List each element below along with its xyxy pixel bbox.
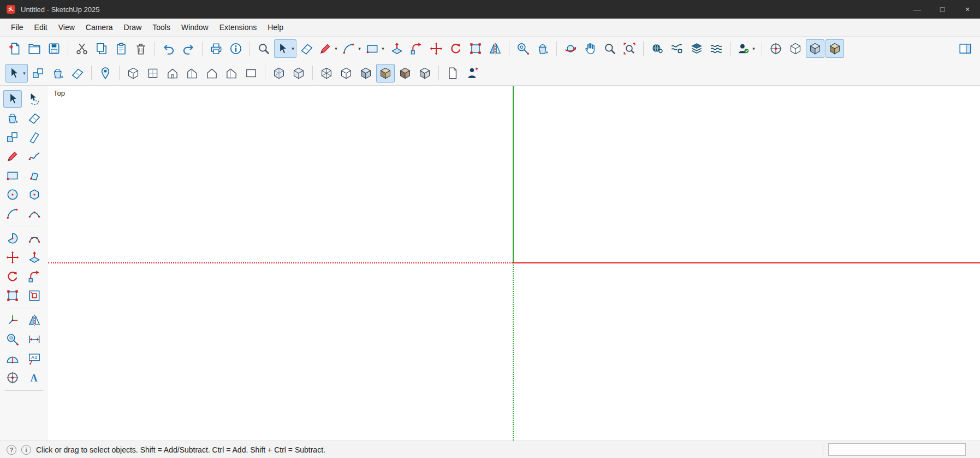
- paste-button[interactable]: [112, 39, 130, 58]
- position-camera-button[interactable]: [767, 39, 785, 58]
- view-top-button[interactable]: [144, 64, 162, 83]
- orbit-tool-button[interactable]: [561, 39, 580, 58]
- axes-tool[interactable]: [3, 312, 22, 329]
- drawing-canvas[interactable]: Top: [48, 86, 980, 441]
- position-camera-tool[interactable]: [3, 369, 22, 386]
- push-pull-button[interactable]: [388, 39, 406, 58]
- menu-window[interactable]: Window: [176, 20, 214, 34]
- pie-tool[interactable]: [3, 230, 22, 247]
- flip-tool-button[interactable]: [486, 39, 504, 58]
- menu-tools[interactable]: Tools: [147, 20, 176, 34]
- view-back-button[interactable]: [203, 64, 221, 83]
- close-button[interactable]: ×: [955, 0, 980, 19]
- sandbox-tools-button[interactable]: [707, 39, 726, 58]
- follow-me-tool[interactable]: [25, 268, 44, 285]
- flip-tool[interactable]: [25, 312, 44, 329]
- dropdown-chevron-icon[interactable]: ▾: [334, 46, 338, 51]
- view-cube-button-3[interactable]: [825, 39, 844, 58]
- lasso-select-tool[interactable]: [25, 90, 44, 108]
- line-tool[interactable]: [3, 148, 22, 165]
- extension-warehouse-button[interactable]: [668, 39, 686, 58]
- dropdown-chevron-icon[interactable]: ▾: [290, 46, 295, 51]
- view-left-button[interactable]: [222, 64, 241, 83]
- save-button[interactable]: [45, 39, 63, 58]
- eraser-tool[interactable]: [25, 109, 44, 127]
- maximize-button[interactable]: □: [930, 0, 955, 19]
- shaded-style-button[interactable]: [357, 64, 375, 83]
- menu-edit[interactable]: Edit: [29, 20, 53, 34]
- model-info-button[interactable]: [227, 39, 245, 58]
- view-cube-button-1[interactable]: [786, 39, 805, 58]
- tape-measure-button[interactable]: [514, 39, 532, 58]
- search-button[interactable]: [254, 39, 273, 58]
- rotate-tool-button[interactable]: [447, 39, 465, 58]
- eraser-button-2[interactable]: [68, 64, 87, 83]
- menu-draw[interactable]: Draw: [118, 20, 147, 34]
- sign-in-button[interactable]: ▾: [735, 39, 757, 58]
- undo-button[interactable]: [159, 39, 178, 58]
- hidden-line-style-button[interactable]: [337, 64, 355, 83]
- view-right-button[interactable]: [183, 64, 201, 83]
- menu-file[interactable]: File: [5, 20, 29, 34]
- select-tool-button-2[interactable]: ▾: [5, 64, 28, 83]
- make-component-tool[interactable]: [3, 128, 22, 146]
- scale-tool[interactable]: [3, 287, 22, 304]
- new-button[interactable]: [5, 39, 24, 58]
- pan-tool-button[interactable]: [581, 39, 599, 58]
- paint-bucket-button-2[interactable]: [49, 64, 67, 83]
- stamp-tool[interactable]: [25, 128, 44, 146]
- make-component-button[interactable]: [29, 64, 47, 83]
- rectangle-tool[interactable]: [3, 167, 22, 184]
- scale-figure-button[interactable]: [463, 64, 482, 83]
- select-tool-button[interactable]: ▾: [274, 39, 296, 58]
- view-plan-button[interactable]: [242, 64, 260, 83]
- menu-view[interactable]: View: [53, 20, 80, 34]
- cut-button[interactable]: [73, 39, 91, 58]
- polygon-tool[interactable]: [25, 186, 44, 203]
- menu-help[interactable]: Help: [262, 20, 289, 34]
- measurements-input[interactable]: [828, 443, 966, 456]
- minimize-button[interactable]: —: [905, 0, 930, 19]
- menu-camera[interactable]: Camera: [80, 20, 118, 34]
- open-button[interactable]: [25, 39, 44, 58]
- zoom-extents-button[interactable]: [620, 39, 639, 58]
- view-cube-button-2[interactable]: [806, 39, 824, 58]
- send-to-layout-button[interactable]: [687, 39, 706, 58]
- line-tool-button[interactable]: ▾: [317, 39, 340, 58]
- geolocation-help-icon[interactable]: ?: [7, 445, 16, 455]
- move-tool[interactable]: [3, 249, 22, 266]
- photo-textures-style-button[interactable]: [396, 64, 414, 83]
- view-iso-button[interactable]: [124, 64, 142, 83]
- wireframe-style-button[interactable]: [317, 64, 336, 83]
- three-point-arc-tool[interactable]: [25, 230, 44, 247]
- dropdown-chevron-icon[interactable]: ▾: [751, 46, 756, 51]
- eraser-tool-button[interactable]: [298, 39, 316, 58]
- zoom-tool-button[interactable]: [601, 39, 619, 58]
- view-front-button[interactable]: [163, 64, 182, 83]
- menu-extensions[interactable]: Extensions: [214, 20, 262, 34]
- 3d-text-tool[interactable]: [25, 369, 44, 386]
- back-edges-button[interactable]: [289, 64, 308, 83]
- arc-tool-button[interactable]: ▾: [341, 39, 363, 58]
- redo-button[interactable]: [179, 39, 198, 58]
- monochrome-style-button[interactable]: [415, 64, 434, 83]
- copy-button[interactable]: [92, 39, 111, 58]
- rotated-rectangle-tool[interactable]: [25, 167, 44, 184]
- rotate-tool[interactable]: [3, 268, 22, 285]
- print-button[interactable]: [207, 39, 225, 58]
- delete-button[interactable]: [132, 39, 150, 58]
- circle-tool[interactable]: [3, 186, 22, 203]
- dropdown-chevron-icon[interactable]: ▾: [357, 46, 362, 51]
- dropdown-chevron-icon[interactable]: ▾: [22, 71, 27, 76]
- protractor-tool[interactable]: [3, 350, 22, 367]
- blank-document-button[interactable]: [443, 64, 462, 83]
- paint-bucket-button[interactable]: [533, 39, 552, 58]
- push-pull-tool[interactable]: [25, 249, 44, 266]
- tape-measure-tool[interactable]: [3, 331, 22, 348]
- freehand-tool[interactable]: [25, 148, 44, 165]
- scale-tool-button[interactable]: [466, 39, 485, 58]
- select-tool[interactable]: [3, 90, 22, 108]
- xray-mode-button[interactable]: [270, 64, 288, 83]
- dropdown-chevron-icon[interactable]: ▾: [381, 46, 385, 51]
- paint-bucket-tool[interactable]: [3, 109, 22, 127]
